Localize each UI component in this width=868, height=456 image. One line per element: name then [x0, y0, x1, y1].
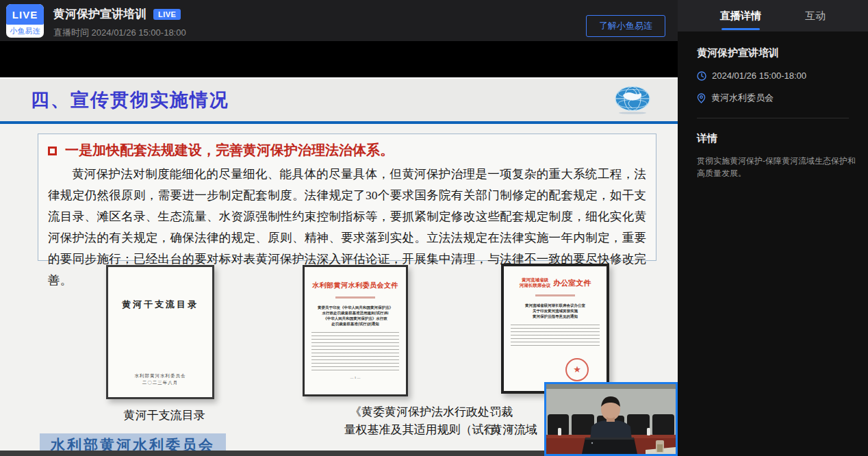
stream-organizer-row: 黄河水利委员会 — [697, 92, 856, 104]
learn-xylink-button[interactable]: 了解小鱼易连 — [586, 15, 665, 37]
stream-schedule-row: 2024/01/26 15:00-18:00 — [697, 71, 856, 81]
sidebar: 直播详情 互动 黄河保护宣讲培训 2024/01/26 15:00-18:00 … — [678, 0, 868, 456]
topbar: LIVE 小鱼易连 黄河保护宣讲培训 LIVE 直播时间 2024/01/26 … — [0, 0, 678, 41]
live-status-badge: LIVE — [153, 9, 181, 20]
red-seal-icon: ★ — [565, 358, 589, 381]
document-number-line — [335, 296, 375, 299]
document-caption-1: 黄河干支流目录 — [96, 407, 233, 425]
document-cover-footer: 水利部黄河水利委员会 二〇二三年八月 — [108, 372, 212, 386]
stream-title-block: 黄河保护宣讲培训 LIVE 直播时间 2024/01/26 15:00-18:0… — [53, 6, 186, 39]
document-number-line — [535, 294, 575, 296]
sidebar-stream-title: 黄河保护宣讲培训 — [697, 47, 856, 60]
stream-title: 黄河保护宣讲培训 — [53, 6, 146, 22]
slide-section-title: 四、宣传贯彻实施情况 — [31, 79, 229, 121]
live-logo-badge: LIVE — [6, 4, 44, 25]
sidebar-divider — [697, 118, 849, 118]
slide-divider-rule — [0, 121, 678, 124]
document-body-lines — [311, 332, 399, 372]
document-yrcc-file: 水利部黄河水利委员会文件 黄委关于印发《中华人民共和国黄河保护法》 水行政处罚裁… — [303, 265, 408, 396]
slide-text-box: 一是加快配套法规建设，完善黄河保护治理法治体系。 黄河保护法对制度能细化的尽量细… — [38, 134, 656, 261]
slide-heading: 一是加快配套法规建设，完善黄河保护治理法治体系。 — [48, 141, 646, 160]
clock-icon — [697, 71, 706, 81]
xylink-logo[interactable]: LIVE 小鱼易连 — [6, 4, 44, 38]
sidebar-tabs: 直播详情 互动 — [678, 0, 868, 31]
main-area: LIVE 小鱼易连 黄河保护宣讲培训 LIVE 直播时间 2024/01/26 … — [0, 0, 678, 456]
yrcc-globe-icon — [613, 86, 652, 117]
sidebar-body: 黄河保护宣讲培训 2024/01/26 15:00-18:00 黄河水利委员会 … — [678, 31, 868, 179]
square-bullet-icon — [48, 147, 57, 155]
document-header: 黄河流域省级 河湖长联席会议 办公室文件 — [511, 277, 600, 288]
location-pin-icon — [697, 93, 706, 103]
document-body-lines — [511, 325, 600, 348]
details-heading: 详情 — [697, 132, 856, 145]
app-root: LIVE 小鱼易连 黄河保护宣讲培训 LIVE 直播时间 2024/01/26 … — [0, 0, 868, 456]
document-cover-catalog: 黄河干支流目录 水利部黄河水利委员会 二〇二三年八月 — [106, 265, 214, 399]
video-stage: 四、宣传贯彻实施情况 — [0, 41, 678, 456]
details-text: 贯彻实施黄河保护-保障黄河流域生态保护和高质量发展。 — [697, 155, 856, 179]
slide-header: 四、宣传贯彻实施情况 — [0, 79, 678, 121]
presenter-video[interactable] — [544, 382, 678, 456]
stream-time: 直播时间 2024/01/26 15:00-18:00 — [53, 27, 186, 39]
slide-footer-organization: 水利部黄河水利委员会 — [40, 433, 226, 451]
xylink-logo-label: 小鱼易连 — [6, 25, 44, 38]
tab-interaction[interactable]: 互动 — [802, 0, 828, 31]
document-joint-office-file: 黄河流域省级 河湖长联席会议 办公室文件 黄河流域省级河湖长联席会议办公室 关于… — [501, 264, 609, 394]
tab-live-details[interactable]: 直播详情 — [717, 0, 764, 31]
